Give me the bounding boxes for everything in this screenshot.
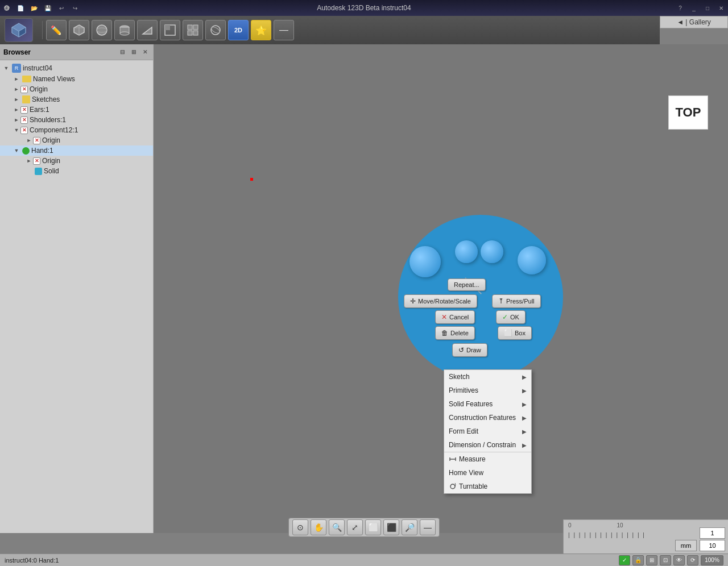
press-pull-btn[interactable]: ⤒ Press/Pull	[492, 294, 541, 308]
star-btn[interactable]: ⭐	[251, 20, 271, 40]
new-btn[interactable]: 📄	[14, 1, 27, 15]
3d-cube-btn[interactable]	[5, 18, 33, 42]
tree-item-hand1[interactable]: ▼ Hand:1	[0, 145, 153, 156]
select-tool-btn[interactable]: ⤢	[347, 519, 363, 535]
viewport[interactable]: TOP Repeat... ✛ Move/Rotate/Scale ⤒	[154, 44, 728, 533]
view-front-btn[interactable]	[160, 20, 180, 40]
title-bar: 🅐 📄 📂 💾 ↩ ↪ Autodesk 123D Beta instruct0…	[0, 0, 728, 16]
redo-btn[interactable]: ↪	[68, 1, 82, 15]
title-bar-left: 🅐 📄 📂 💾 ↩ ↪	[0, 0, 82, 16]
mag-tool-btn[interactable]: 🔎	[402, 519, 417, 535]
radial-blob-left[interactable]	[410, 246, 441, 277]
sphere-btn[interactable]	[92, 20, 112, 40]
menu-turntable[interactable]: Turntable	[444, 480, 531, 493]
svg-rect-16	[193, 25, 198, 30]
label-origin1: Origin	[30, 85, 48, 93]
save-btn[interactable]: 💾	[41, 1, 55, 15]
open-btn[interactable]: 📂	[27, 1, 41, 15]
zoom-tool-btn[interactable]: 🔍	[329, 519, 345, 535]
menu-dimension[interactable]: Dimension / Constrain ▶	[444, 438, 531, 452]
orbit-tool-btn[interactable]: ⊙	[292, 519, 308, 535]
help-btn[interactable]: ?	[673, 1, 687, 15]
svg-rect-15	[188, 25, 192, 30]
icon-instruct04: R	[12, 64, 21, 73]
orbit-btn[interactable]	[205, 20, 226, 40]
status-text: instruct04:0 Hand:1	[5, 557, 59, 564]
tree-item-component12[interactable]: ▼ ✕ Component12:1	[0, 125, 153, 135]
label-hand1: Hand:1	[31, 147, 53, 155]
label-ears1: Ears:1	[30, 106, 49, 114]
arrow-origin3: ►	[25, 157, 33, 165]
status-check-icon[interactable]: ✓	[619, 555, 630, 565]
undo-btn[interactable]: ↩	[55, 1, 68, 15]
menu-home-view[interactable]: Home View	[444, 466, 531, 480]
icon-origin3: ✕	[33, 157, 40, 165]
delete-btn[interactable]: 🗑 Delete	[435, 326, 475, 340]
radial-blob-center-top2[interactable]	[481, 240, 503, 263]
menu-construction-arrow: ▶	[522, 415, 527, 421]
browser-close-btn[interactable]: ✕	[140, 48, 150, 57]
close-btn[interactable]: ✕	[714, 1, 728, 15]
menu-primitives[interactable]: Primitives ▶	[444, 384, 531, 397]
status-lock-icon[interactable]: 🔒	[632, 555, 644, 565]
browser-collapse-btn[interactable]: ⊟	[118, 48, 127, 57]
red-dot	[250, 178, 253, 181]
icon-ears1: ✕	[20, 106, 28, 114]
tree-item-origin1[interactable]: ► ✕ Origin	[0, 84, 153, 94]
radial-blob-right[interactable]	[518, 246, 546, 274]
box3d-btn[interactable]	[69, 20, 89, 40]
svg-marker-12	[143, 27, 152, 34]
move-rotate-scale-btn[interactable]: ✛ Move/Rotate/Scale	[404, 294, 477, 308]
arrow-named-views: ►	[13, 75, 20, 83]
ok-btn[interactable]: ✓ OK	[496, 310, 526, 324]
radial-blob-center-top[interactable]	[455, 240, 478, 263]
menu-construction-features[interactable]: Construction Features ▶	[444, 411, 531, 424]
ruler-unit-display: mm	[675, 540, 697, 551]
ok-icon: ✓	[502, 313, 508, 321]
label-named-views: Named Views	[33, 75, 75, 83]
tree-item-sketches[interactable]: ► Sketches	[0, 94, 153, 105]
status-grid-icon[interactable]: ⊞	[646, 555, 657, 565]
browser-panel: Browser ⊟ ⊞ ✕ ▼ R instruct04 ► Named Vie…	[0, 44, 154, 533]
wedge-btn[interactable]	[137, 20, 158, 40]
svg-point-7	[97, 25, 107, 35]
status-snap-icon[interactable]: ⊡	[660, 555, 671, 565]
menu-solid-features[interactable]: Solid Features ▶	[444, 397, 531, 411]
repeat-btn[interactable]: Repeat...	[448, 278, 486, 291]
pan-tool-btn[interactable]: ✋	[311, 519, 326, 535]
view-tool-btn[interactable]: ⬜	[365, 519, 381, 535]
tree-item-origin3[interactable]: ► ✕ Origin	[0, 156, 153, 166]
gallery-tab[interactable]: ◄ | Gallery	[660, 16, 728, 28]
pencil-btn[interactable]: ✏️	[46, 20, 67, 40]
tree-item-instruct04[interactable]: ▼ R instruct04	[0, 63, 153, 74]
maximize-btn[interactable]: □	[701, 1, 714, 15]
label-sketches: Sketches	[32, 95, 60, 103]
box-icon: ⬜	[504, 329, 512, 337]
menu-measure[interactable]: Measure	[444, 452, 531, 466]
tree-item-ears1[interactable]: ► ✕ Ears:1	[0, 105, 153, 115]
extra-btn[interactable]: —	[274, 20, 294, 40]
menu-sketch[interactable]: Sketch ▶	[444, 370, 531, 384]
menu-primitives-arrow: ▶	[522, 388, 527, 394]
tree-item-named-views[interactable]: ► Named Views	[0, 74, 153, 84]
tree-item-origin2[interactable]: ► ✕ Origin	[0, 135, 153, 145]
top-view-label: TOP	[668, 95, 708, 130]
bottom-toolbar: ⊙ ✋ 🔍 ⤢ ⬜ ⬛ 🔎 —	[0, 517, 728, 538]
browser-expand-btn[interactable]: ⊞	[129, 48, 138, 57]
status-vis-icon[interactable]: 👁	[673, 555, 685, 565]
box-btn[interactable]: ⬜ Box	[498, 326, 532, 340]
draw-btn[interactable]: ↺ Draw	[452, 343, 487, 357]
label-instruct04: instruct04	[23, 64, 52, 72]
view-grid-btn[interactable]	[183, 20, 203, 40]
minimize-btn[interactable]: _	[687, 1, 701, 15]
clip-tool-btn[interactable]: ⬛	[383, 519, 399, 535]
extra-tool-btn[interactable]: —	[420, 519, 436, 535]
cylinder-btn[interactable]	[114, 20, 135, 40]
cancel-btn[interactable]: ✕ Cancel	[435, 310, 475, 324]
tree-item-solid[interactable]: ► Solid	[0, 166, 153, 176]
app-menu-btn[interactable]: 🅐	[0, 1, 14, 15]
status-connect-icon[interactable]: ⟳	[687, 555, 698, 565]
menu-form-edit[interactable]: Form Edit ▶	[444, 424, 531, 438]
tree-item-shoulders1[interactable]: ► ✕ Shoulders:1	[0, 115, 153, 125]
2d-btn[interactable]: 2D	[228, 20, 249, 40]
